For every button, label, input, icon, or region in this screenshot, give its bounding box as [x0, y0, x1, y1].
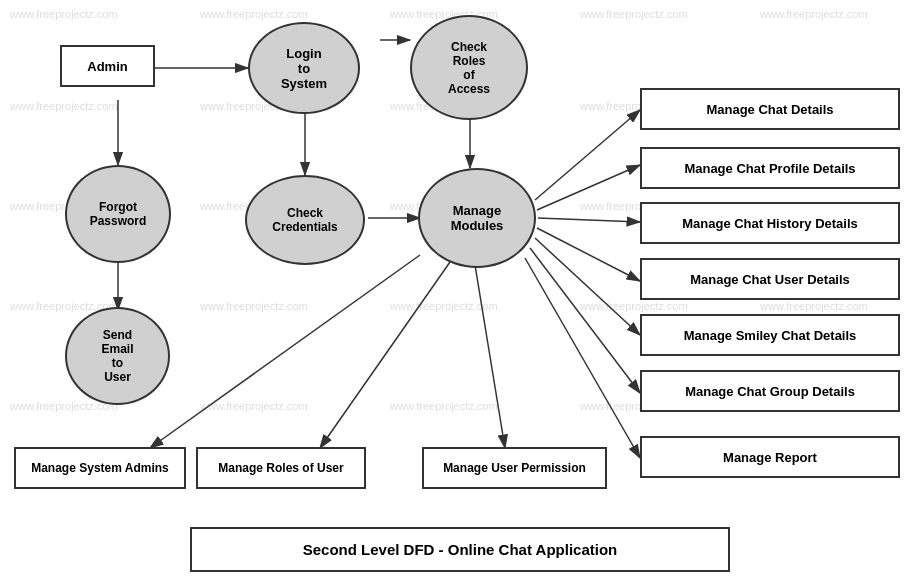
manage-chat-group-details-box: Manage Chat Group Details	[640, 370, 900, 412]
manage-chat-profile-details-box: Manage Chat Profile Details	[640, 147, 900, 189]
svg-line-13	[538, 218, 640, 222]
check-credentials-circle: CheckCredentials	[245, 175, 365, 265]
manage-modules-circle: ManageModules	[418, 168, 536, 268]
title-box: Second Level DFD - Online Chat Applicati…	[190, 527, 730, 572]
manage-report-box: Manage Report	[640, 436, 900, 478]
manage-chat-user-details-box: Manage Chat User Details	[640, 258, 900, 300]
svg-line-10	[475, 265, 505, 448]
admin-box: Admin	[60, 45, 155, 87]
svg-line-8	[150, 255, 420, 448]
svg-line-12	[537, 165, 640, 210]
manage-system-admins-box: Manage System Admins	[14, 447, 186, 489]
svg-line-15	[535, 238, 640, 335]
send-email-circle: SendEmailtoUser	[65, 307, 170, 405]
manage-user-permission-box: Manage User Permission	[422, 447, 607, 489]
svg-line-9	[320, 262, 450, 448]
manage-smiley-chat-details-box: Manage Smiley Chat Details	[640, 314, 900, 356]
manage-chat-history-details-box: Manage Chat History Details	[640, 202, 900, 244]
svg-line-11	[535, 110, 640, 200]
login-circle: LogintoSystem	[248, 22, 360, 114]
manage-chat-details-box: Manage Chat Details	[640, 88, 900, 130]
svg-line-17	[525, 258, 640, 458]
manage-roles-user-box: Manage Roles of User	[196, 447, 366, 489]
diagram-container: www.freeprojectz.com www.freeprojectz.co…	[0, 0, 922, 587]
check-roles-circle: CheckRolesofAccess	[410, 15, 528, 120]
forgot-password-circle: ForgotPassword	[65, 165, 171, 263]
